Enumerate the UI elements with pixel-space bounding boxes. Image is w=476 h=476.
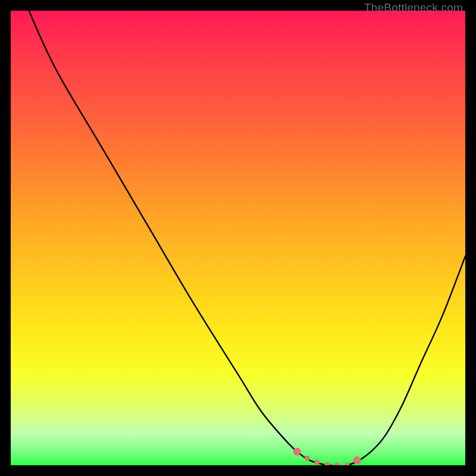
highlight-dot — [345, 463, 350, 466]
watermark: TheBottleneck.com — [364, 1, 463, 14]
highlight-dot — [293, 448, 301, 456]
highlight-dot — [334, 463, 340, 466]
highlight-dot — [353, 456, 361, 464]
chart-frame: TheBottleneck.com — [0, 0, 476, 476]
plot-area — [11, 11, 465, 465]
highlight-dot — [314, 460, 320, 465]
bottleneck-curve — [11, 11, 465, 465]
highlight-dot — [305, 456, 310, 461]
highlight-dot — [324, 462, 330, 465]
